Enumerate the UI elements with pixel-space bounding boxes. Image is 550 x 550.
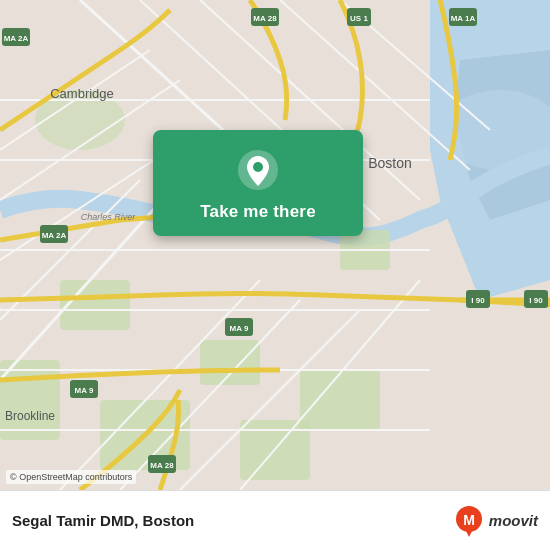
map-container: MA 2A MA 28 US 1 MA 1A MA 2A I 90 I 90 M… [0, 0, 550, 490]
moovit-brand-icon: M [453, 505, 485, 537]
take-me-there-label: Take me there [200, 202, 316, 222]
location-pin-icon [236, 148, 280, 192]
svg-text:I 90: I 90 [529, 296, 543, 305]
svg-text:MA 9: MA 9 [75, 386, 94, 395]
svg-text:Charles River: Charles River [81, 212, 137, 222]
svg-text:M: M [463, 512, 475, 528]
svg-text:I 90: I 90 [471, 296, 485, 305]
svg-text:MA 2A: MA 2A [42, 231, 67, 240]
svg-point-57 [253, 162, 263, 172]
svg-rect-7 [300, 370, 380, 430]
take-me-there-card[interactable]: Take me there [153, 130, 363, 236]
svg-text:MA 2A: MA 2A [4, 34, 29, 43]
svg-text:US 1: US 1 [350, 14, 368, 23]
place-name: Segal Tamir DMD, Boston [12, 512, 453, 529]
moovit-brand-label: moovit [489, 512, 538, 529]
svg-text:MA 28: MA 28 [253, 14, 277, 23]
map-attribution: © OpenStreetMap contributors [6, 470, 136, 484]
svg-text:Boston: Boston [368, 155, 412, 171]
svg-text:MA 1A: MA 1A [451, 14, 476, 23]
bottom-bar: Segal Tamir DMD, Boston M moovit [0, 490, 550, 550]
svg-rect-6 [200, 340, 260, 385]
svg-text:Cambridge: Cambridge [50, 86, 114, 101]
svg-text:MA 28: MA 28 [150, 461, 174, 470]
svg-text:Brookline: Brookline [5, 409, 55, 423]
svg-text:MA 9: MA 9 [230, 324, 249, 333]
svg-marker-60 [465, 529, 473, 537]
svg-rect-5 [60, 280, 130, 330]
moovit-logo: M moovit [453, 505, 538, 537]
